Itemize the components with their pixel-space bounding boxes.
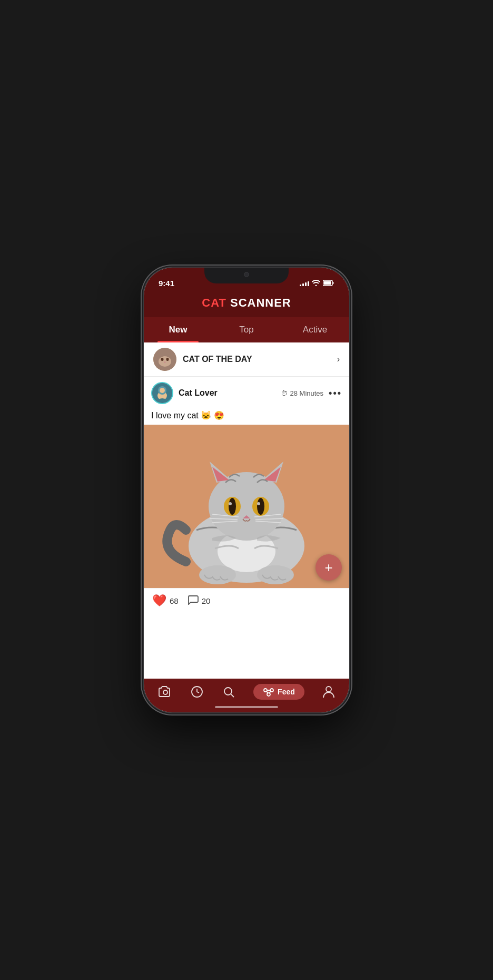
svg-point-39 bbox=[224, 688, 232, 695]
nav-camera[interactable] bbox=[159, 685, 172, 698]
wifi-icon bbox=[312, 280, 320, 288]
like-button[interactable]: ❤️ 68 bbox=[152, 594, 179, 607]
svg-point-28 bbox=[257, 498, 264, 515]
home-indicator bbox=[215, 706, 278, 708]
front-camera bbox=[244, 272, 249, 277]
cat-of-day-text: CAT OF THE DAY bbox=[183, 355, 337, 364]
post-actions: ❤️ 68 20 bbox=[144, 588, 349, 613]
svg-point-13 bbox=[160, 388, 165, 393]
battery-icon bbox=[323, 280, 334, 288]
fab-create-button[interactable]: + bbox=[315, 554, 342, 581]
comment-icon bbox=[187, 594, 199, 607]
post-more-button[interactable]: ••• bbox=[329, 388, 342, 399]
signal-bar-4 bbox=[308, 281, 309, 286]
phone-frame: 9:41 bbox=[144, 268, 349, 712]
post-avatar bbox=[151, 382, 173, 404]
title-scanner: SCANNER bbox=[226, 296, 291, 309]
tab-new[interactable]: New bbox=[144, 317, 212, 342]
svg-line-40 bbox=[231, 694, 234, 697]
comment-count: 20 bbox=[202, 596, 211, 605]
svg-point-25 bbox=[229, 498, 236, 515]
svg-point-47 bbox=[326, 687, 331, 692]
time-icon: ⏱ bbox=[281, 389, 288, 397]
feed-scroll[interactable]: CAT OF THE DAY › bbox=[144, 342, 349, 677]
post-image: + bbox=[144, 425, 349, 588]
nav-feed-label: Feed bbox=[278, 688, 295, 696]
svg-point-29 bbox=[257, 502, 260, 505]
signal-bar-2 bbox=[302, 283, 304, 286]
app-header: CAT SCANNER bbox=[144, 291, 349, 317]
svg-rect-2 bbox=[324, 281, 331, 285]
svg-line-46 bbox=[269, 691, 271, 693]
like-count: 68 bbox=[170, 596, 179, 605]
comment-button[interactable]: 20 bbox=[187, 594, 211, 607]
cat-of-day-banner[interactable]: CAT OF THE DAY › bbox=[144, 342, 349, 377]
cat-of-day-avatar bbox=[153, 348, 176, 371]
nav-search[interactable] bbox=[222, 685, 235, 698]
post-time: ⏱ 28 Minutes bbox=[281, 389, 324, 397]
tab-bar: New Top Active bbox=[144, 317, 349, 342]
nav-history[interactable] bbox=[191, 685, 203, 698]
tab-active[interactable]: Active bbox=[281, 317, 349, 342]
app-title: CAT SCANNER bbox=[144, 296, 349, 310]
svg-rect-1 bbox=[333, 282, 334, 284]
signal-bar-1 bbox=[300, 285, 301, 286]
post-caption: I love my cat 🐱 😍 bbox=[144, 409, 349, 425]
cat-of-day-arrow: › bbox=[337, 355, 340, 364]
svg-point-19 bbox=[209, 472, 284, 541]
heart-icon: ❤️ bbox=[152, 594, 166, 607]
nav-profile[interactable] bbox=[323, 685, 334, 698]
status-time: 9:41 bbox=[159, 279, 174, 288]
svg-point-8 bbox=[166, 358, 169, 361]
svg-line-45 bbox=[267, 691, 268, 693]
post-card: Cat Lover ⏱ 28 Minutes ••• I love my cat… bbox=[144, 377, 349, 613]
phone-notch bbox=[204, 268, 289, 283]
title-cat: CAT bbox=[202, 296, 226, 309]
phone-screen: 9:41 bbox=[144, 268, 349, 712]
status-icons bbox=[300, 280, 334, 288]
post-username: Cat Lover bbox=[179, 388, 281, 398]
svg-point-37 bbox=[163, 690, 167, 694]
signal-bars bbox=[300, 281, 309, 286]
svg-point-26 bbox=[229, 502, 232, 505]
signal-bar-3 bbox=[305, 282, 307, 286]
nav-feed[interactable]: Feed bbox=[253, 684, 304, 700]
tab-top[interactable]: Top bbox=[212, 317, 281, 342]
post-header: Cat Lover ⏱ 28 Minutes ••• bbox=[144, 377, 349, 409]
svg-point-7 bbox=[161, 358, 164, 361]
